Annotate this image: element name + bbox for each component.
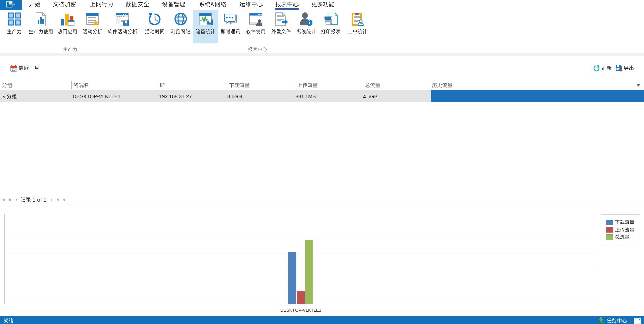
svg-text:23: 23 <box>12 67 16 71</box>
